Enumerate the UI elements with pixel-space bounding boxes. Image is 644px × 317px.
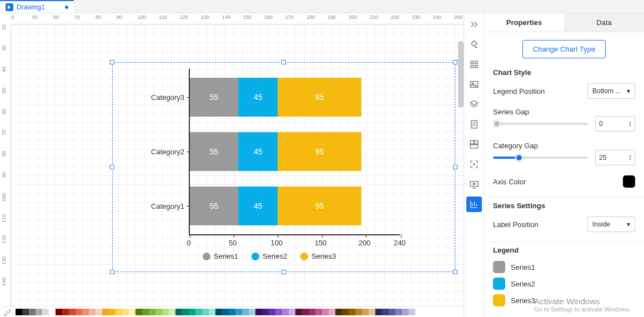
resize-handle[interactable] — [110, 270, 114, 274]
palette-color[interactable] — [202, 309, 209, 315]
resize-handle[interactable] — [110, 60, 114, 64]
chart-properties-icon[interactable] — [466, 197, 482, 212]
label-position-select[interactable]: Inside ▾ — [587, 217, 635, 232]
palette-color[interactable] — [242, 309, 249, 315]
palette-color[interactable] — [355, 309, 362, 315]
palette-color[interactable] — [262, 309, 269, 315]
palette-color[interactable] — [382, 309, 389, 315]
legend-series-row[interactable]: Series2 — [493, 278, 635, 290]
page-icon[interactable] — [466, 117, 482, 132]
palette-color[interactable] — [122, 309, 129, 315]
palette-color[interactable] — [322, 309, 329, 315]
change-chart-type-button[interactable]: Change Chart Type — [522, 40, 606, 58]
palette-picker-icon[interactable] — [3, 307, 13, 317]
palette-color[interactable] — [49, 309, 56, 315]
resize-handle[interactable] — [453, 165, 457, 169]
focus-icon[interactable] — [466, 157, 482, 172]
palette-color[interactable] — [302, 309, 309, 315]
palette-color[interactable] — [29, 309, 36, 315]
series-color-swatch[interactable] — [493, 278, 505, 290]
resize-handle[interactable] — [453, 60, 457, 64]
palette-color[interactable] — [249, 309, 255, 315]
palette-color[interactable] — [189, 309, 195, 315]
palette-color[interactable] — [195, 309, 202, 315]
tab-data[interactable]: Data — [564, 13, 644, 32]
palette-color[interactable] — [342, 309, 349, 315]
palette-color[interactable] — [235, 309, 242, 315]
palette-color[interactable] — [115, 309, 122, 315]
palette-color[interactable] — [22, 309, 29, 315]
palette-color[interactable] — [142, 309, 149, 315]
fill-icon[interactable] — [466, 37, 482, 52]
palette-color[interactable] — [209, 309, 215, 315]
legend-position-select[interactable]: Bottom ... ▾ — [587, 83, 635, 99]
palette-color[interactable] — [69, 309, 76, 315]
palette-color[interactable] — [375, 309, 382, 315]
series-color-swatch[interactable] — [493, 294, 505, 306]
palette-color[interactable] — [95, 309, 102, 315]
stepper-arrows-icon[interactable]: ▴▾ — [629, 120, 631, 127]
palette-color[interactable] — [229, 309, 235, 315]
palette-color[interactable] — [329, 309, 335, 315]
snap-icon[interactable] — [466, 137, 482, 152]
palette-color[interactable] — [162, 309, 169, 315]
drawing-canvas[interactable]: Category3554595Category2554595Category15… — [11, 24, 464, 306]
palette-color[interactable] — [255, 309, 262, 315]
vertical-scrollbar[interactable] — [458, 36, 464, 306]
tab-properties[interactable]: Properties — [484, 13, 564, 32]
series-gap-slider[interactable] — [493, 123, 588, 125]
palette-color[interactable] — [155, 309, 162, 315]
palette-color[interactable] — [109, 309, 115, 315]
palette-color[interactable] — [369, 309, 375, 315]
chart-object[interactable]: Category3554595Category2554595Category15… — [150, 69, 416, 269]
palette-color[interactable] — [222, 309, 229, 315]
palette-color[interactable] — [36, 309, 42, 315]
scrollbar-thumb[interactable] — [458, 41, 464, 108]
apps-icon[interactable] — [466, 57, 482, 72]
stepper-arrows-icon[interactable]: ▴▾ — [629, 154, 631, 161]
layers-icon[interactable] — [466, 97, 482, 112]
legend-series-row[interactable]: Series1 — [493, 261, 635, 273]
palette-color[interactable] — [102, 309, 109, 315]
palette-color[interactable] — [135, 309, 142, 315]
image-icon[interactable] — [466, 77, 482, 92]
resize-handle[interactable] — [281, 60, 286, 64]
palette-color[interactable] — [309, 309, 315, 315]
palette-color[interactable] — [82, 309, 89, 315]
present-icon[interactable] — [466, 177, 482, 192]
palette-color[interactable] — [289, 309, 295, 315]
palette-color[interactable] — [295, 309, 302, 315]
palette-color[interactable] — [315, 309, 322, 315]
palette-color[interactable] — [149, 309, 155, 315]
palette-color[interactable] — [182, 309, 189, 315]
category-gap-stepper[interactable]: 25 ▴▾ — [595, 150, 635, 165]
palette-color[interactable] — [129, 309, 135, 315]
palette-color[interactable] — [56, 309, 62, 315]
palette-color[interactable] — [269, 309, 275, 315]
palette-color[interactable] — [335, 309, 342, 315]
palette-color[interactable] — [282, 309, 289, 315]
category-gap-slider[interactable] — [493, 157, 588, 159]
resize-handle[interactable] — [281, 270, 286, 274]
series-gap-stepper[interactable]: 0 ▴▾ — [595, 116, 635, 132]
palette-color[interactable] — [76, 309, 82, 315]
axis-color-swatch[interactable] — [623, 175, 635, 188]
color-palette[interactable] — [0, 306, 464, 317]
series-color-swatch[interactable] — [493, 261, 505, 273]
palette-color[interactable] — [362, 309, 369, 315]
palette-color[interactable] — [409, 309, 415, 315]
palette-color[interactable] — [402, 309, 409, 315]
palette-color[interactable] — [215, 309, 222, 315]
palette-color[interactable] — [62, 309, 69, 315]
palette-color[interactable] — [89, 309, 95, 315]
palette-color[interactable] — [395, 309, 402, 315]
palette-color[interactable] — [169, 309, 175, 315]
palette-color[interactable] — [42, 309, 49, 315]
palette-color[interactable] — [16, 309, 22, 315]
collapse-panel-icon[interactable] — [466, 17, 482, 32]
document-tab[interactable]: Drawing1 — [0, 0, 74, 13]
resize-handle[interactable] — [453, 270, 457, 274]
palette-color[interactable] — [389, 309, 395, 315]
palette-color[interactable] — [349, 309, 355, 315]
palette-color[interactable] — [175, 309, 182, 315]
